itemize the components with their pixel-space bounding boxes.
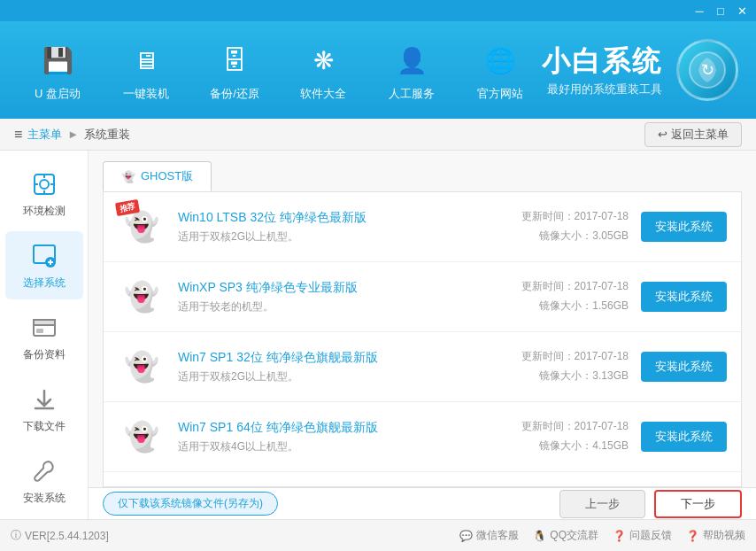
system-desc-win10: 适用于双核2G以上机型。 [178,229,474,244]
close-button[interactable]: ✕ [735,4,749,18]
header: 💾 U 盘启动 🖥 一键装机 🗄 备份/还原 ❋ 软件大全 👤 人工服务 🌐 官… [0,21,756,119]
system-info-win10: Win10 LTSB 32位 纯净绿色最新版 适用于双核2G以上机型。 [178,210,474,244]
sidebar-label-backup-data: 备份资料 [23,347,66,362]
system-meta-winxp: 更新时间：2017-07-18 镜像大小：1.56GB [487,277,629,315]
wechat-icon: 💬 [459,530,473,542]
help-label: 帮助视频 [703,528,745,543]
system-list: 👻 推荐 Win10 LTSB 32位 纯净绿色最新版 适用于双核2G以上机型。… [103,191,742,487]
gear-icon [28,168,60,200]
apps-icon: ❋ [301,38,345,82]
back-label: 返回主菜单 [671,127,729,143]
nav-label-one-key-install: 一键装机 [123,86,169,102]
nav-label-software-center: 软件大全 [300,86,346,102]
svg-text:↻: ↻ [701,61,714,79]
qq-icon: 🐧 [533,530,546,542]
ghost-icon-win7-32: 👻 [118,343,166,391]
menu-icon: ≡ [14,127,22,143]
system-size-win7-64: 镜像大小：4.15GB [487,437,629,456]
system-update-win10: 更新时间：2017-07-18 [487,207,629,227]
nav-item-software-center[interactable]: ❋ 软件大全 [283,31,363,109]
system-desc-win7-32: 适用于双核2G以上机型。 [178,369,474,384]
system-desc-win7-64: 适用于双核4G以上机型。 [178,439,474,454]
feedback-label: 问题反馈 [629,528,672,543]
install-btn-win7-32[interactable]: 安装此系统 [641,352,727,382]
system-info-win7-64: Win7 SP1 64位 纯净绿色旗舰最新版 适用于双核4G以上机型。 [178,420,474,454]
system-item-win10-ltsb: 👻 推荐 Win10 LTSB 32位 纯净绿色最新版 适用于双核2G以上机型。… [104,192,741,262]
main-layout: 环境检测 选择系统 备份资料 下载文件 安装系统 [0,151,756,519]
help-icon: ❓ [686,530,699,542]
footer-links: 💬 微信客服 🐧 QQ交流群 ❓ 问题反馈 ❓ 帮助视频 [459,528,745,543]
nav-item-manual-service[interactable]: 👤 人工服务 [372,31,451,109]
feedback-icon: ❓ [613,530,626,542]
system-thumb-win7-32: 👻 [118,343,166,391]
sidebar-item-download-file[interactable]: 下载文件 [5,375,83,443]
system-thumb-winxp: 👻 [118,273,166,321]
download-only-button[interactable]: 仅下载该系统镜像文件(另存为) [103,492,278,516]
install-btn-win10[interactable]: 安装此系统 [641,212,727,242]
system-name-win7-32: Win7 SP1 32位 纯净绿色旗舰最新版 [178,350,474,366]
wechat-service-link[interactable]: 💬 微信客服 [459,528,519,543]
database-icon: 🗄 [212,38,257,82]
maximize-button[interactable]: □ [714,4,728,18]
sidebar-item-install-system[interactable]: 安装系统 [5,446,83,515]
backup-icon [28,312,60,344]
tab-bar: 👻 GHOST版 [89,151,756,191]
nav-item-official-site[interactable]: 🌐 官方网站 [460,31,540,109]
nav-item-one-key-install[interactable]: 🖥 一键装机 [106,31,186,109]
system-size-win7-32: 镜像大小：3.13GB [487,367,629,386]
footer: ⓘ VER[2.5.44.1203] 💬 微信客服 🐧 QQ交流群 ❓ 问题反馈… [0,519,756,551]
sidebar-item-backup-data[interactable]: 备份资料 [5,303,83,371]
cursor-icon [28,240,60,272]
breadcrumb-home[interactable]: 主菜单 [27,127,62,143]
sidebar-label-download-file: 下载文件 [23,419,66,434]
logo-area: 小白系统 最好用的系统重装工具 ↻ [542,39,738,101]
minimize-button[interactable]: ─ [692,4,706,18]
system-update-win7-32: 更新时间：2017-07-18 [487,347,629,367]
system-thumb-win10: 👻 推荐 [118,203,166,251]
back-button[interactable]: ↩ 返回主菜单 [644,122,742,147]
system-meta-win10: 更新时间：2017-07-18 镜像大小：3.05GB [487,207,629,245]
titlebar: ─ □ ✕ [0,0,756,21]
help-video-link[interactable]: ❓ 帮助视频 [686,528,745,543]
usb-icon: 💾 [35,38,80,82]
system-update-win7-64: 更新时间：2017-07-18 [487,417,629,437]
system-info-winxp: WinXP SP3 纯净绿色专业最新版 适用于较老的机型。 [178,280,474,314]
system-item-winxp: 👻 WinXP SP3 纯净绿色专业最新版 适用于较老的机型。 更新时间：201… [104,262,741,332]
tab-ghost[interactable]: 👻 GHOST版 [103,161,212,191]
sidebar-label-install-system: 安装系统 [23,491,66,506]
content-area: 👻 GHOST版 👻 推荐 Win10 LTSB 32位 纯净绿色最新版 适用于… [89,151,756,519]
feedback-link[interactable]: ❓ 问题反馈 [613,528,672,543]
nav-item-backup-restore[interactable]: 🗄 备份/还原 [195,31,274,109]
breadcrumb-separator: ► [67,128,79,141]
breadcrumb: ≡ 主菜单 ► 系统重装 [14,127,130,143]
nav-items: 💾 U 盘启动 🖥 一键装机 🗄 备份/还原 ❋ 软件大全 👤 人工服务 🌐 官… [18,31,540,109]
logo-svg: ↻ [688,50,727,89]
info-icon: ⓘ [11,528,21,543]
download-icon [28,384,60,415]
breadcrumb-current: 系统重装 [84,127,130,143]
nav-item-usb-boot[interactable]: 💾 U 盘启动 [18,31,97,109]
install-btn-winxp[interactable]: 安装此系统 [641,282,727,312]
sidebar: 环境检测 选择系统 备份资料 下载文件 安装系统 [0,151,89,519]
sidebar-item-env-check[interactable]: 环境检测 [5,159,83,228]
wrench-icon [28,455,60,487]
nav-label-official-site: 官方网站 [477,86,523,102]
install-btn-win7-64[interactable]: 安装此系统 [641,422,727,452]
breadcrumb-bar: ≡ 主菜单 ► 系统重装 ↩ 返回主菜单 [0,119,756,151]
sidebar-item-select-system[interactable]: 选择系统 [5,231,83,299]
system-meta-win7-32: 更新时间：2017-07-18 镜像大小：3.13GB [487,347,629,385]
system-meta-win7-64: 更新时间：2017-07-18 镜像大小：4.15GB [487,417,629,455]
qq-group-link[interactable]: 🐧 QQ交流群 [533,528,598,543]
ghost-icon-winxp: 👻 [118,273,166,321]
globe-icon: 🌐 [478,38,522,82]
svg-rect-8 [36,329,43,333]
qq-label: QQ交流群 [550,528,598,543]
system-update-winxp: 更新时间：2017-07-18 [487,277,629,297]
nav-buttons: 上一步 下一步 [559,490,742,518]
logo-icon: ↻ [676,39,738,101]
prev-button[interactable]: 上一步 [559,490,645,518]
monitor-icon: 🖥 [124,38,168,82]
next-button[interactable]: 下一步 [654,490,742,518]
nav-label-manual-service: 人工服务 [389,86,435,102]
svg-point-3 [40,180,49,189]
